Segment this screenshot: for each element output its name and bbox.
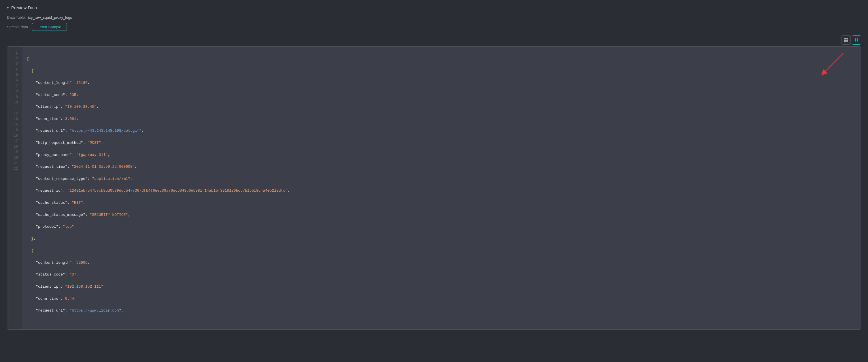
- json-view-button[interactable]: {}: [852, 35, 861, 45]
- json-icon: {}: [855, 38, 859, 42]
- line-num-10: 10: [10, 100, 18, 105]
- code-line-11: "content_response_type": "application/xm…: [27, 176, 856, 182]
- code-content: 1 2 3 4 5 6 7 8 9 10 11 12 13 14 15 16 1…: [7, 47, 861, 329]
- data-table-value: icy_raw_squid_proxy_logs: [28, 15, 72, 20]
- line-numbers: 1 2 3 4 5 6 7 8 9 10 11 12 13 14 15 16 1…: [7, 47, 22, 329]
- line-num-2: 2: [10, 56, 18, 61]
- line-num-14: 14: [10, 122, 18, 127]
- code-line-5: "client_ip": "10.100.83.45",: [27, 104, 856, 110]
- line-num-1: 1: [10, 50, 18, 56]
- section-header: ▾ Preview Data: [7, 5, 861, 10]
- code-line-15: "protocol": "tcp": [27, 224, 856, 230]
- code-line-22: "request_url": "https://www.lzdir.com",: [27, 308, 856, 314]
- svg-rect-2: [844, 40, 846, 42]
- line-num-8: 8: [10, 89, 18, 94]
- code-line-12: "request_id": "12431ebf547b7cb9dd0539dcc…: [27, 188, 856, 194]
- line-num-5: 5: [10, 72, 18, 78]
- svg-rect-3: [846, 40, 848, 42]
- code-line-9: "proxy_hostname": "tgwproxy-011",: [27, 152, 856, 158]
- line-num-13: 13: [10, 116, 18, 122]
- svg-rect-1: [846, 38, 848, 39]
- grid-icon: [844, 37, 848, 43]
- code-line-2: {: [27, 68, 856, 74]
- fetch-sample-button[interactable]: Fetch Sample: [32, 23, 67, 31]
- code-line-19: "status_code": 407,: [27, 272, 856, 278]
- code-line-3: "content_length": 15186,: [27, 80, 856, 86]
- code-line-4: "status_code": 205,: [27, 92, 856, 98]
- svg-rect-0: [844, 38, 846, 39]
- code-line-8: "http_request_method": "POST",: [27, 140, 856, 146]
- line-num-12: 12: [10, 111, 18, 116]
- code-line-13: "cache_status": "HIT",: [27, 200, 856, 206]
- code-line-10: "request_time": "2024-11-01 01:59:25.000…: [27, 164, 856, 170]
- line-num-15: 15: [10, 128, 18, 133]
- code-line-16: },: [27, 236, 856, 242]
- data-table-row: Data Table: icy_raw_squid_proxy_logs: [7, 15, 861, 20]
- line-num-4: 4: [10, 67, 18, 72]
- section-title: Preview Data: [11, 5, 37, 10]
- code-line-18: "content_length": 62996,: [27, 260, 856, 266]
- view-toolbar: {}: [7, 35, 861, 45]
- code-line-1: [: [27, 56, 856, 62]
- sample-data-label: Sample data: [7, 25, 28, 29]
- line-num-11: 11: [10, 105, 18, 111]
- line-num-6: 6: [10, 78, 18, 83]
- code-line-21: "conn_time": 0.44,: [27, 296, 856, 302]
- data-table-label: Data Table:: [7, 15, 26, 20]
- code-line-6: "conn_time": 3.091,: [27, 116, 856, 122]
- sample-data-row: Sample data Fetch Sample: [7, 23, 861, 31]
- line-num-19: 19: [10, 150, 18, 155]
- code-line-14: "cache_status_message": "SECURITY NOTICE…: [27, 212, 856, 218]
- grid-view-button[interactable]: [841, 35, 851, 45]
- code-line-7: "request_url": "https://43.143.148.198/d…: [27, 128, 856, 134]
- page-container: ▾ Preview Data Data Table: icy_raw_squid…: [0, 0, 868, 337]
- code-body: [ { "content_length": 15186, "status_cod…: [22, 47, 861, 329]
- line-num-7: 7: [10, 83, 18, 89]
- line-num-17: 17: [10, 139, 18, 144]
- line-num-18: 18: [10, 144, 18, 150]
- line-num-3: 3: [10, 61, 18, 67]
- code-line-20: "client_ip": "192.168.152.111",: [27, 284, 856, 290]
- line-num-9: 9: [10, 94, 18, 100]
- chevron-icon[interactable]: ▾: [7, 5, 9, 10]
- line-num-21: 21: [10, 161, 18, 166]
- line-num-22: 22: [10, 166, 18, 172]
- line-num-20: 20: [10, 155, 18, 161]
- line-num-16: 16: [10, 133, 18, 139]
- code-line-17: {: [27, 248, 856, 254]
- code-editor: 1 2 3 4 5 6 7 8 9 10 11 12 13 14 15 16 1…: [7, 47, 861, 330]
